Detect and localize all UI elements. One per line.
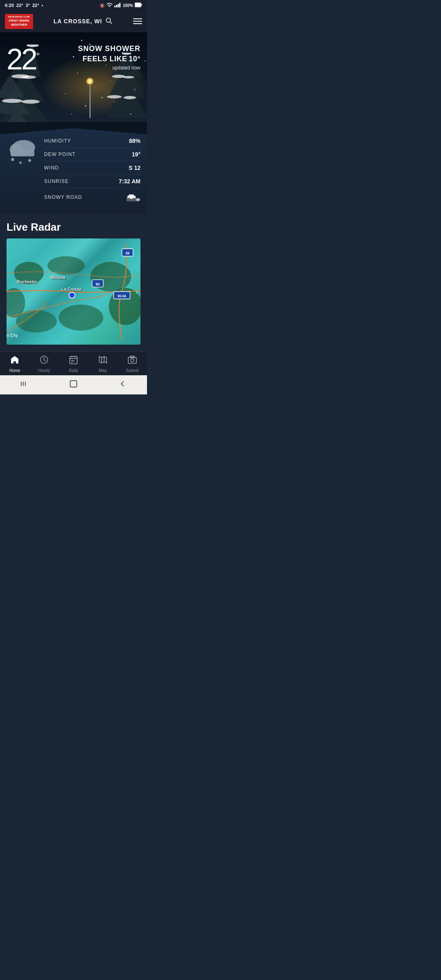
weather-details-panel: ❄ ❄ ❄ HUMIDITY 88% DEW POINT 19° WIND S …	[0, 122, 147, 214]
svg-rect-79	[73, 360, 74, 361]
svg-text:39: 39	[125, 251, 129, 255]
wind-row: WIND S 12	[44, 161, 140, 175]
svg-point-13	[21, 76, 36, 79]
svg-rect-93	[70, 381, 77, 387]
svg-point-53	[136, 198, 140, 201]
menu-button[interactable]	[133, 18, 142, 24]
weather-hero: 22° SNOW SHOWER FEELS LIKE 10° updated n…	[0, 32, 147, 122]
sunrise-label: SUNRISE	[44, 178, 69, 184]
header-location: LA CROSSE, WI	[53, 17, 113, 26]
daily-icon	[69, 355, 78, 367]
svg-text:90: 90	[96, 282, 100, 286]
status-high: 3°	[26, 3, 30, 8]
status-temp: 22°	[16, 3, 23, 8]
svg-text:Rochester: Rochester	[17, 280, 37, 284]
svg-rect-6	[141, 4, 142, 6]
svg-rect-0	[114, 6, 116, 7]
svg-text:n City: n City	[7, 333, 18, 338]
nav-hourly-label: Hourly	[38, 368, 50, 373]
current-temperature: 22°	[7, 45, 38, 74]
svg-rect-42	[11, 150, 34, 156]
radar-map[interactable]: 39 90 90-94 Rochester Winona La Crosse n…	[7, 238, 140, 345]
home-icon	[10, 355, 20, 367]
sunrise-row: SUNRISE 7:32 AM	[44, 175, 140, 188]
svg-marker-81	[99, 356, 107, 363]
dew-point-value: 19°	[132, 151, 140, 158]
humidity-value: 88%	[129, 138, 140, 144]
wind-label: WIND	[44, 165, 59, 171]
svg-point-60	[7, 287, 25, 317]
dew-point-label: DEW POINT	[44, 151, 76, 157]
svg-point-52	[134, 198, 135, 200]
battery-icon	[135, 2, 142, 8]
humidity-row: HUMIDITY 88%	[44, 134, 140, 148]
hourly-icon	[39, 355, 49, 367]
status-low: 22°	[32, 3, 39, 8]
map-icon	[98, 355, 108, 367]
svg-rect-5	[135, 3, 140, 7]
recent-apps-button[interactable]	[20, 379, 29, 390]
humidity-label: HUMIDITY	[44, 138, 71, 144]
search-icon[interactable]	[105, 17, 113, 26]
svg-text:Winona: Winona	[51, 275, 66, 280]
snowy-road-label: SNOWY ROAD	[44, 194, 82, 200]
weather-info-panel: SNOW SHOWER FEELS LIKE 10° updated now	[78, 45, 140, 71]
system-navigation	[0, 375, 147, 394]
status-icons: 🔇 100%	[100, 2, 142, 8]
radar-section: Live Radar 39	[0, 214, 147, 351]
svg-point-20	[107, 95, 122, 98]
status-bar: 6:20 22° 3° 22° • 🔇 100%	[0, 0, 147, 11]
nav-home[interactable]: Home	[4, 355, 25, 373]
svg-point-55	[47, 256, 85, 275]
nav-submit-label: Submit	[126, 368, 138, 373]
nav-home-label: Home	[9, 368, 20, 373]
svg-point-58	[59, 304, 103, 330]
wifi-icon	[106, 2, 113, 8]
nav-map-label: Map	[99, 368, 107, 373]
svg-point-14	[2, 99, 22, 103]
svg-text:La Crosse: La Crosse	[62, 287, 82, 292]
wind-value: S 12	[129, 165, 140, 171]
svg-rect-78	[71, 360, 73, 361]
back-button[interactable]	[118, 379, 127, 390]
svg-text:›: ›	[135, 288, 137, 296]
sunrise-value: 7:32 AM	[119, 178, 140, 185]
map-overlay: 39 90 90-94 Rochester Winona La Crosse n…	[7, 238, 140, 345]
app-header: NEWS8000.COM FIRST WARN WEATHER LA CROSS…	[0, 11, 147, 32]
updated-time: updated now	[78, 65, 140, 71]
svg-line-8	[110, 22, 112, 23]
light-post	[86, 77, 94, 118]
svg-rect-80	[71, 362, 73, 363]
nav-map[interactable]: Map	[93, 355, 113, 373]
nav-hourly[interactable]: Hourly	[34, 355, 54, 373]
snowy-road-row: SNOWY ROAD	[44, 188, 140, 206]
home-button[interactable]	[69, 379, 78, 390]
radar-title: Live Radar	[7, 221, 140, 234]
battery-text: 100%	[122, 3, 133, 8]
svg-rect-3	[119, 3, 120, 7]
dew-point-row: DEW POINT 19°	[44, 148, 140, 161]
svg-rect-48	[129, 194, 134, 197]
bottom-navigation: Home Hourly Daily	[0, 351, 147, 375]
status-time: 6:20	[5, 3, 14, 8]
status-dot: •	[42, 3, 43, 8]
nav-daily[interactable]: Daily	[63, 355, 84, 373]
svg-point-19	[123, 76, 134, 78]
svg-text:❄: ❄	[11, 157, 15, 163]
svg-point-21	[124, 96, 136, 99]
nav-submit[interactable]: Submit	[122, 355, 143, 373]
brand-logo: NEWS8000.COM FIRST WARN WEATHER	[5, 14, 33, 29]
svg-text:❄: ❄	[28, 158, 31, 163]
svg-point-85	[131, 359, 134, 362]
svg-point-50	[129, 198, 130, 200]
svg-rect-2	[118, 4, 119, 7]
svg-point-18	[112, 75, 125, 78]
svg-rect-1	[116, 5, 117, 7]
svg-point-70	[69, 292, 75, 298]
svg-text:❄: ❄	[19, 160, 22, 165]
nav-daily-label: Daily	[69, 368, 78, 373]
weather-icon: ❄ ❄ ❄	[7, 138, 39, 168]
mute-icon: 🔇	[100, 3, 105, 8]
feels-like: FEELS LIKE 10°	[78, 55, 140, 63]
submit-icon	[127, 355, 137, 367]
